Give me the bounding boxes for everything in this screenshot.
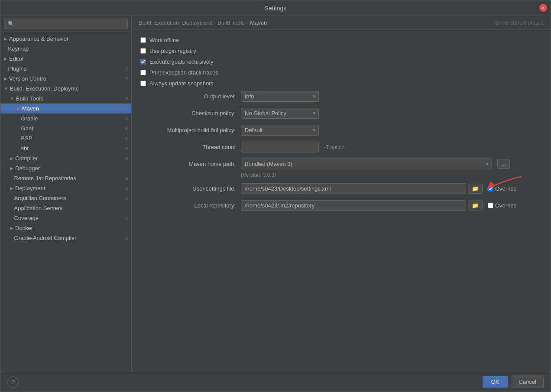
chevron-spacer	[10, 176, 13, 181]
chevron-icon: ▶	[10, 166, 13, 171]
local-repo-label: Local repository:	[140, 202, 236, 209]
chevron-icon: ▼	[10, 96, 14, 101]
local-repo-browse-button[interactable]: 📁	[468, 201, 483, 211]
execute-goals-checkbox[interactable]	[140, 59, 146, 65]
local-repo-row: Local repository: 📁 Override	[140, 200, 542, 211]
execute-goals-row: Execute goals recursively	[140, 58, 542, 65]
ext-icon: ⊞	[124, 106, 128, 111]
sidebar-item-label: Maven	[22, 105, 39, 112]
ext-icon: ⊞	[124, 186, 128, 191]
sidebar-item-label: Gradle	[21, 115, 38, 122]
main-content: ▶ Appearance & Behavior Keymap ▶ Editor …	[0, 16, 551, 372]
user-settings-browse-button[interactable]: 📁	[468, 184, 483, 194]
chevron-icon: ▶	[17, 106, 20, 111]
user-settings-label: User settings file:	[140, 185, 236, 192]
chevron-icon: ▼	[4, 86, 8, 91]
always-update-label: Always update snapshots	[149, 80, 213, 87]
chevron-icon: ▶	[10, 226, 13, 230]
print-exception-checkbox[interactable]	[140, 70, 146, 75]
sidebar-item-arquillian[interactable]: Arquillian Containers ⊞	[0, 193, 131, 203]
ext-icon: ⊞	[124, 96, 128, 101]
sidebar-item-plugins[interactable]: Plugins ⊞	[0, 64, 131, 74]
ext-icon: ⊞	[124, 76, 128, 81]
cancel-button[interactable]: Cancel	[512, 376, 544, 388]
chevron-icon: ▶	[10, 156, 13, 161]
sidebar-item-build-execution[interactable]: ▼ Build, Execution, Deployme	[0, 84, 131, 94]
sidebar-item-docker[interactable]: ▶ Docker	[0, 223, 131, 233]
output-level-select[interactable]: Info Debug Error	[241, 91, 319, 102]
chevron-spacer	[17, 146, 19, 151]
user-settings-input[interactable]	[241, 183, 466, 194]
project-note: 🖥 For current project	[494, 20, 544, 26]
maven-home-select[interactable]: Bundled (Maven 3) Custom	[241, 159, 492, 169]
checksum-policy-label: Checksum policy:	[140, 110, 236, 117]
settings-body: Work offline Use plugin registry Execute…	[132, 30, 551, 372]
ok-button[interactable]: OK	[483, 376, 508, 388]
local-repo-override-checkbox[interactable]	[488, 203, 493, 208]
always-update-row: Always update snapshots	[140, 80, 542, 87]
sidebar-item-version-control[interactable]: ▶ Version Control ⊞	[0, 74, 131, 84]
sidebar-item-sbt[interactable]: sbt ⊞	[0, 143, 131, 153]
maven-home-label: Maven home path:	[140, 161, 236, 167]
maven-home-browse-button[interactable]: ...	[497, 159, 510, 169]
multiproject-select[interactable]: Default Fail at End Never Fail	[241, 125, 319, 136]
maven-home-row: Maven home path: Bundled (Maven 3) Custo…	[140, 159, 542, 169]
search-bar	[0, 16, 131, 32]
ext-icon: ⊞	[124, 236, 128, 240]
thread-count-input[interactable]	[241, 142, 319, 152]
project-note-icon: 🖥	[494, 20, 499, 26]
sidebar-item-deployment[interactable]: ▶ Deployment ⊞	[0, 183, 131, 193]
sidebar-item-coverage[interactable]: Coverage ⊞	[0, 213, 131, 223]
sidebar-item-remote-jar[interactable]: Remote Jar Repositories ⊞	[0, 173, 131, 183]
breadcrumb-part1: Build, Execution, Deployment	[139, 19, 212, 26]
user-settings-input-wrapper: 📁	[241, 183, 483, 194]
sidebar-item-label: Docker	[15, 225, 33, 231]
chevron-icon: ▶	[4, 76, 7, 81]
work-offline-label: Work offline	[149, 37, 179, 43]
user-settings-override-checkbox[interactable]	[488, 186, 493, 191]
breadcrumb-sep2: ›	[246, 19, 248, 26]
local-repo-input[interactable]	[241, 200, 466, 211]
sidebar-item-label: Debugger	[15, 165, 40, 172]
t-option-label: -T option	[324, 144, 344, 150]
title-bar: Settings ×	[0, 0, 551, 16]
sidebar-item-label: Coverage	[14, 215, 39, 221]
ext-icon: ⊞	[124, 216, 128, 220]
chevron-spacer	[10, 216, 13, 220]
sidebar-item-maven[interactable]: ▶ Maven ⊞	[0, 104, 131, 113]
breadcrumb: Build, Execution, Deployment › Build Too…	[132, 16, 551, 30]
breadcrumb-part2: Build Tools	[217, 19, 245, 26]
sidebar-item-label: Gradle-Android Compiler	[14, 235, 77, 241]
sidebar-item-label: BSP	[21, 135, 32, 142]
sidebar-item-app-servers[interactable]: Application Servers	[0, 203, 131, 213]
chevron-spacer	[10, 206, 13, 211]
sidebar-item-debugger[interactable]: ▶ Debugger	[0, 163, 131, 173]
thread-count-row: Thread count -T option	[140, 142, 542, 152]
user-settings-override: Override	[488, 185, 517, 192]
project-note-text: For current project	[501, 20, 544, 26]
ext-icon: ⊞	[124, 176, 128, 181]
always-update-checkbox[interactable]	[140, 81, 146, 86]
checksum-policy-select[interactable]: No Global Policy Warn Fail	[241, 108, 319, 119]
sidebar-item-appearance[interactable]: ▶ Appearance & Behavior	[0, 34, 131, 44]
sidebar-item-label: Compiler	[15, 155, 38, 162]
help-button[interactable]: ?	[7, 376, 19, 388]
sidebar-item-build-tools[interactable]: ▼ Build Tools ⊞	[0, 94, 131, 104]
user-settings-row: User settings file: 📁	[140, 183, 542, 194]
search-input[interactable]	[4, 19, 128, 29]
close-button[interactable]: ×	[539, 4, 547, 12]
work-offline-checkbox[interactable]	[140, 37, 146, 43]
sidebar-item-compiler[interactable]: ▶ Compiler ⊞	[0, 153, 131, 163]
use-plugin-registry-checkbox[interactable]	[140, 48, 146, 54]
chevron-spacer	[17, 126, 19, 131]
sidebar-item-gant[interactable]: Gant ⊞	[0, 123, 131, 133]
maven-home-select-wrapper: Bundled (Maven 3) Custom ▼	[241, 159, 492, 169]
sidebar-item-gradle[interactable]: Gradle ⊞	[0, 113, 131, 123]
sidebar-item-bsp[interactable]: BSP ⊞	[0, 133, 131, 143]
chevron-spacer	[17, 136, 19, 141]
sidebar-item-gradle-android[interactable]: Gradle-Android Compiler ⊞	[0, 233, 131, 243]
sidebar-item-editor[interactable]: ▶ Editor	[0, 54, 131, 64]
checksum-policy-row: Checksum policy: No Global Policy Warn F…	[140, 108, 542, 119]
print-exception-label: Print exception stack traces	[149, 69, 218, 76]
sidebar-item-keymap[interactable]: Keymap	[0, 44, 131, 54]
